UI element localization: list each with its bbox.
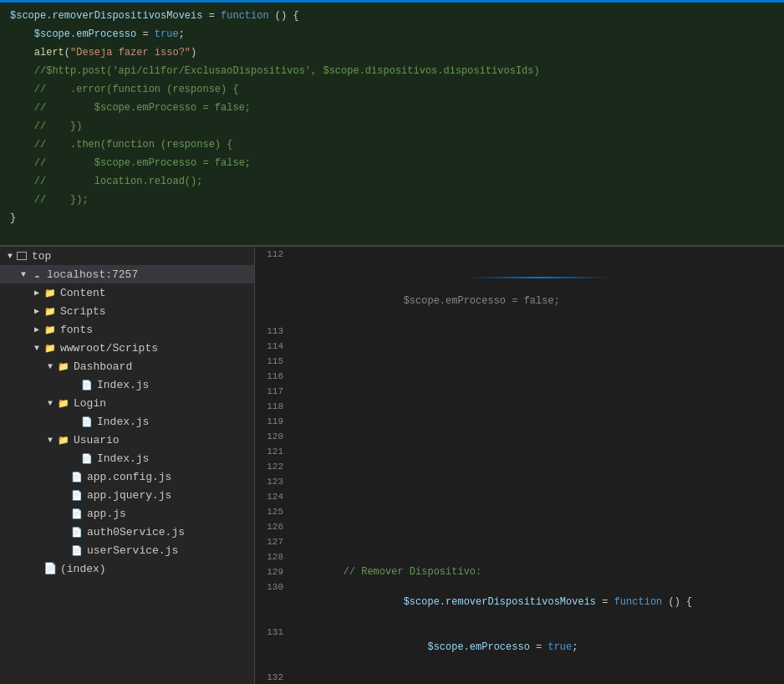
code-line-119: 119 [255,414,784,429]
line-number-113: 113 [255,324,292,339]
tree-item-dashboard[interactable]: ▼ 📁 Dashboard [0,357,254,375]
code-line-132: 132 $http.post('api/clifor/ExclusaoDispo… [255,670,784,684]
code-token: // $scope.emProcesso = false; [10,154,251,172]
tree-item-login[interactable]: ▼ 📁 Login [0,394,254,412]
tree-label-content: Content [60,287,251,299]
code-line-131: 131 $scope.emProcesso = true; [255,625,784,670]
tree-item-dash-index[interactable]: ▶ 📄 Index.js [0,375,254,394]
line-number-131: 131 [255,625,292,670]
top-code-line-12: } [0,209,784,227]
code-line-121: 121 [255,444,784,459]
line-content-130: $scope.removerDispositivosMoveis = funct… [292,579,784,625]
top-code-line-4: //$http.post('api/clifor/ExclusaoDisposi… [0,62,784,80]
line-number-123: 123 [255,474,292,489]
line-content-124 [292,489,784,504]
line-number-112: 112 [255,247,292,324]
folder-icon-login: 📁 [57,396,70,410]
code-line-123: 123 [255,474,784,489]
code-token: // .then(function (response) { [10,135,232,154]
line-content-128 [292,549,784,564]
tree-label-localhost: localhost:7257 [47,268,251,281]
line-number-118: 118 [255,399,292,414]
tree-item-fonts[interactable]: ▶ 📁 fonts [0,320,254,339]
line-number-129: 129 [255,564,292,579]
tree-arrow-usuario: ▼ [43,433,57,447]
top-code-line-7: // }) [0,117,784,135]
line-content-118 [292,399,784,414]
line-number-127: 127 [255,534,292,549]
code-line-112: 112 $scope.emProcesso = false; [255,247,784,324]
folder-icon-wwwroot: 📁 [43,341,57,355]
line-content-117 [292,384,784,399]
tree-label-wwwroot: wwwroot/Scripts [60,342,251,355]
top-code-line-9: // $scope.emProcesso = false; [0,154,784,172]
code-token: // location.reload(); [10,172,202,191]
line-content-113 [292,324,784,339]
tree-item-wwwroot[interactable]: ▼ 📁 wwwroot/Scripts [0,339,254,357]
tree-label-dash-index: Index.js [97,379,251,391]
tree-item-localhost[interactable]: ▼ ☁ localhost:7257 [0,265,254,283]
tree-item-app[interactable]: ▶ 📄 app.js [0,504,254,523]
top-code-line-3: alert("Deseja fazer isso?") [0,43,784,62]
tree-item-usuario-index[interactable]: ▶ 📄 Index.js [0,449,254,467]
line-content-127 [292,534,784,549]
tree-label-app: app.js [87,508,251,520]
code-token: // $scope.emProcesso = false; [10,99,251,117]
tree-arrow-fonts: ▶ [30,323,43,336]
code-token: } [10,209,16,227]
line-content-131: $scope.emProcesso = true; [292,625,784,670]
js-file-icon-appjquery: 📄 [70,488,84,502]
tree-item-index-root[interactable]: ▶ 📄 (index) [0,559,254,578]
tree-item-appjquery[interactable]: ▶ 📄 app.jquery.js [0,486,254,504]
tree-item-top[interactable]: ▼ top [0,247,254,265]
line-content-119 [292,414,784,429]
tree-label-auth0: auth0Service.js [87,526,251,539]
tree-arrow-wwwroot: ▼ [30,341,43,355]
js-file-icon-app: 📄 [70,507,84,520]
top-code-line-2: $scope.emProcesso = true; [0,25,784,43]
file-icon-index-root: 📄 [43,562,57,575]
tree-item-login-index[interactable]: ▶ 📄 Index.js [0,412,254,431]
line-content-112: $scope.emProcesso = false; [292,247,784,324]
tree-label-scripts: Scripts [60,305,251,318]
top-code-line-5: // .error(function (response) { [0,80,784,99]
code-area: 112 $scope.emProcesso = false; 113 114 1… [255,247,784,684]
code-editor-panel[interactable]: 112 $scope.emProcesso = false; 113 114 1… [255,247,784,684]
tree-item-appconfig[interactable]: ▶ 📄 app.config.js [0,467,254,486]
tree-item-content[interactable]: ▶ 📁 Content [0,283,254,302]
file-tree-sidebar[interactable]: ▼ top ▼ ☁ localhost:7257 ▶ 📁 Content ▶ 📁… [0,247,255,684]
code-token: //$http.post('api/clifor/ExclusaoDisposi… [10,62,540,80]
code-line-117: 117 [255,384,784,399]
line-content-132: $http.post('api/clifor/ExclusaoDispositi… [292,670,784,684]
tree-item-usuario[interactable]: ▼ 📁 Usuario [0,431,254,449]
line-content-123 [292,474,784,489]
folder-icon-scripts: 📁 [43,304,57,318]
line-content-115 [292,354,784,369]
code-token: "Deseja fazer isso?" [70,43,191,62]
code-line-116: 116 [255,369,784,384]
tree-item-scripts[interactable]: ▶ 📁 Scripts [0,302,254,320]
line-number-120: 120 [255,429,292,444]
tree-item-auth0[interactable]: ▶ 📄 auth0Service.js [0,523,254,541]
code-line-130: 130 $scope.removerDispositivosMoveis = f… [255,579,784,625]
js-file-icon-appconfig: 📄 [70,470,84,483]
code-token: ) [191,43,196,62]
bottom-panel: ▼ top ▼ ☁ localhost:7257 ▶ 📁 Content ▶ 📁… [0,247,784,684]
code-token: ( [64,43,70,62]
top-code-line-10: // location.reload(); [0,172,784,191]
line-content-125 [292,504,784,519]
line-number-126: 126 [255,519,292,534]
line-number-116: 116 [255,369,292,384]
line-content-126 [292,519,784,534]
code-token: $scope.removerDispositivosMoveis [10,7,202,25]
code-line-120: 120 [255,429,784,444]
js-file-icon-login-index: 📄 [80,415,94,428]
line-content-129: // Remover Dispositivo: [292,564,784,579]
line-content-122 [292,459,784,474]
code-line-128: 128 [255,549,784,564]
line-number-128: 128 [255,549,292,564]
tree-item-userservice[interactable]: ▶ 📄 userService.js [0,541,254,559]
code-token: = [202,7,221,25]
folder-icon-dashboard: 📁 [57,360,70,373]
line-number-115: 115 [255,354,292,369]
